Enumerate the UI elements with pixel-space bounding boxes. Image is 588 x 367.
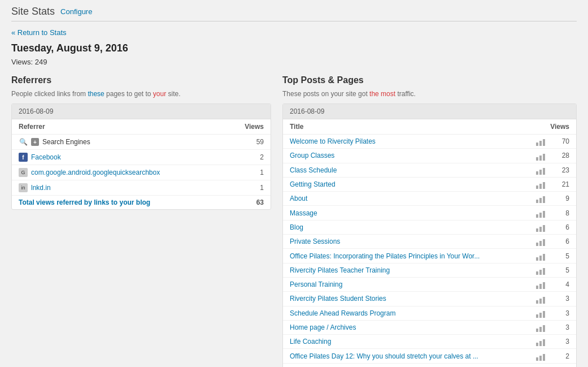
bar-chart-icon[interactable] (533, 294, 550, 303)
bar-chart-icon[interactable] (533, 251, 550, 260)
top-post-link[interactable]: Private Sessions (290, 238, 340, 245)
bar-chart-icon[interactable] (533, 337, 550, 346)
linkedin-icon: in (19, 183, 28, 192)
svg-rect-25 (539, 256, 542, 261)
table-row: Office Pilates Day 20 : You can be healt… (283, 364, 576, 367)
top-post-link[interactable]: Home page / Archives (290, 323, 356, 331)
table-row: in lnkd.in 1 (12, 180, 271, 196)
bar-chart-icon[interactable] (533, 137, 550, 146)
svg-rect-36 (536, 314, 538, 318)
top-post-views: 6 (550, 238, 569, 245)
top-posts-rows: Welcome to Rivercity Pilates 70 Group Cl… (283, 135, 576, 367)
bar-chart-icon[interactable] (533, 280, 550, 289)
top-post-link[interactable]: Life Coaching (290, 338, 331, 346)
top-posts-box: 2016-08-09 Title Views Welcome to Riverc… (282, 103, 577, 367)
referrer-link[interactable]: com.google.android.googlequicksearchbox (31, 169, 160, 176)
svg-rect-31 (539, 284, 542, 289)
top-post-link[interactable]: Welcome to Rivercity Pilates (290, 137, 376, 145)
bar-chart-icon[interactable] (533, 351, 550, 360)
page-wrapper: Site Stats Configure « Return to Stats T… (0, 0, 588, 367)
svg-rect-34 (539, 299, 542, 304)
svg-rect-4 (539, 156, 542, 161)
svg-rect-33 (536, 300, 538, 304)
site-stats-title: Site Stats (11, 6, 55, 18)
svg-rect-14 (543, 196, 545, 203)
svg-rect-13 (539, 198, 542, 203)
referrer-value: 1 (241, 184, 264, 192)
top-post-views: 3 (550, 323, 569, 331)
top-post-link[interactable]: Blog (290, 223, 303, 231)
configure-link[interactable]: Configure (60, 7, 92, 16)
referrers-total-value: 63 (241, 198, 264, 206)
top-post-link[interactable]: Office Pilates Day 12: Why you should st… (290, 352, 478, 360)
table-row: Private Sessions 6 (283, 235, 576, 249)
referrers-desc: People clicked links from these pages to… (11, 90, 271, 98)
return-to-stats-link[interactable]: « Return to Stats (11, 28, 67, 37)
svg-rect-7 (539, 170, 542, 175)
top-post-link[interactable]: Rivercity Pilates Student Stories (290, 295, 386, 303)
svg-rect-40 (539, 327, 542, 332)
generic-icon: G (19, 168, 28, 177)
top-post-link[interactable]: Getting Started (290, 180, 336, 188)
svg-rect-16 (539, 213, 542, 218)
top-post-link[interactable]: Group Classes (290, 152, 334, 159)
referrers-table-header: Referrer Views (12, 119, 271, 135)
top-post-views: 2 (550, 352, 569, 360)
top-post-link[interactable]: Rivercity Pilates Teacher Training (290, 266, 390, 274)
svg-rect-20 (543, 225, 545, 232)
svg-rect-30 (536, 286, 538, 289)
referrers-total-row: Total views referred by links to your bl… (12, 196, 271, 209)
total-label-link[interactable]: Total views referred by links to your bl… (19, 198, 150, 206)
svg-rect-32 (543, 282, 545, 289)
table-row: f Facebook 2 (12, 150, 271, 165)
referrers-section: Referrers People clicked links from thes… (11, 75, 271, 210)
top-post-views: 8 (550, 209, 569, 217)
svg-rect-17 (543, 211, 545, 218)
bar-chart-icon[interactable] (533, 223, 550, 232)
top-post-views: 5 (550, 252, 569, 260)
top-post-link[interactable]: Massage (290, 209, 317, 217)
facebook-icon: f (19, 153, 28, 162)
top-post-link[interactable]: About (290, 195, 307, 202)
bar-chart-icon[interactable] (533, 180, 550, 189)
bar-chart-icon[interactable] (533, 323, 550, 332)
views-count: Views: 249 (11, 58, 577, 66)
table-row: Schedule Ahead Rewards Program 3 (283, 306, 576, 321)
referrer-value: 1 (241, 169, 264, 176)
top-post-views: 3 (550, 338, 569, 346)
svg-rect-24 (536, 257, 538, 261)
svg-rect-10 (539, 184, 542, 189)
bar-chart-icon[interactable] (533, 237, 550, 246)
table-row: G com.google.android.googlequicksearchbo… (12, 165, 271, 180)
svg-rect-28 (539, 270, 542, 275)
bar-chart-icon[interactable] (533, 166, 550, 175)
bar-chart-icon[interactable] (533, 266, 550, 275)
referrer-label: Search Engines (42, 138, 90, 146)
bar-chart-icon[interactable] (533, 151, 550, 160)
table-row: Rivercity Pilates Student Stories 3 (283, 292, 576, 306)
top-posts-title: Top Posts & Pages (282, 75, 577, 85)
top-post-link[interactable]: Personal Training (290, 280, 342, 288)
svg-rect-39 (536, 329, 538, 332)
table-row: Massage 8 (283, 206, 576, 220)
bar-chart-icon[interactable] (533, 309, 550, 318)
table-row: Office Pilates Day 12: Why you should st… (283, 349, 576, 363)
search-icon: 🔍 (19, 137, 28, 146)
top-post-link[interactable]: Schedule Ahead Rewards Program (290, 309, 395, 317)
bar-chart-icon[interactable] (533, 194, 550, 203)
svg-rect-2 (543, 139, 545, 146)
top-post-link[interactable]: Office Pilates: Incorporating the Pilate… (290, 252, 480, 260)
top-posts-table-header: Title Views (283, 119, 576, 135)
svg-rect-26 (543, 254, 545, 261)
table-row: Personal Training 4 (283, 278, 576, 292)
referrer-value: 59 (241, 138, 264, 146)
svg-rect-41 (543, 325, 545, 332)
bar-chart-icon[interactable] (533, 208, 550, 217)
referrer-link[interactable]: lnkd.in (31, 184, 51, 192)
svg-rect-1 (539, 141, 542, 146)
referrer-link[interactable]: Facebook (31, 153, 61, 161)
date-heading: Tuesday, August 9, 2016 (11, 42, 577, 54)
top-post-link[interactable]: Class Schedule (290, 166, 337, 174)
table-row: Life Coaching 3 (283, 335, 576, 349)
table-row: About 9 (283, 192, 576, 206)
